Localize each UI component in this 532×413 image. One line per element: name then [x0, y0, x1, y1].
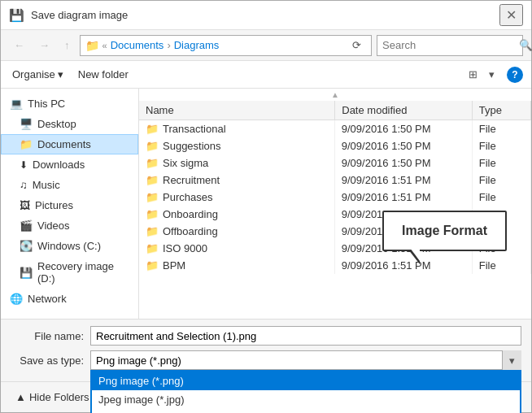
recovery-icon: 💾	[20, 267, 33, 279]
save-dialog: 💾 Save diagram image ✕ ← → ↑ 📁 « Documen…	[0, 0, 532, 413]
filetype-dropdown: Png image (*.png) Jpeg image (*.jpg) Bmp…	[90, 370, 521, 413]
table-row[interactable]: 📁Purchases 9/09/2016 1:51 PM File	[139, 189, 531, 206]
back-button[interactable]: ←	[9, 36, 29, 54]
folder-icon: 📁	[146, 157, 159, 169]
organise-button[interactable]: Organise ▾	[9, 67, 67, 82]
folder-icon: 📁	[146, 225, 159, 237]
folder-icon: 📁	[146, 208, 159, 220]
sidebar-label-network: Network	[28, 293, 67, 305]
sidebar-label-recovery: Recovery image (D:)	[37, 260, 129, 285]
filename-input[interactable]	[90, 326, 521, 346]
hide-folders-label: Hide Folders	[29, 391, 89, 403]
sidebar-item-network[interactable]: 🌐 Network	[1, 289, 138, 309]
sidebar-label-desktop: Desktop	[37, 118, 76, 130]
folder-icon: 📁	[146, 174, 159, 186]
col-type[interactable]: Type	[472, 101, 530, 120]
hide-folders-icon: ▲	[15, 391, 26, 403]
dialog-icon: 💾	[9, 8, 24, 23]
folder-icon: 📁	[146, 140, 159, 152]
action-bar: Organise ▾ New folder ⊞ ▾ ?	[1, 61, 531, 89]
scroll-up-indicator: ▲	[139, 89, 531, 101]
sidebar-item-videos[interactable]: 🎬 Videos	[1, 215, 138, 236]
sidebar-label-windows: Windows (C:)	[37, 240, 101, 252]
folder-icon: 📁	[146, 259, 159, 272]
search-icon[interactable]: 🔍	[519, 39, 532, 51]
pictures-icon: 🖼	[20, 199, 30, 211]
bottom-bar: File name: Save as type: ▾ Png image (*.…	[1, 319, 531, 381]
filetype-row: Save as type: ▾ Png image (*.png) Jpeg i…	[11, 350, 521, 370]
sidebar-label-this-pc: This PC	[28, 98, 65, 110]
forward-button[interactable]: →	[34, 36, 55, 54]
sidebar-label-documents: Documents	[37, 138, 91, 150]
folder-icon: 📁	[146, 191, 159, 203]
sidebar-item-this-pc[interactable]: 💻 This PC	[1, 93, 138, 114]
col-date[interactable]: Date modified	[335, 101, 473, 120]
downloads-icon: ⬇	[20, 159, 28, 171]
filename-row: File name:	[11, 326, 521, 346]
main-content: 💻 This PC 🖥️ Desktop 📁 Documents ⬇ Downl…	[1, 89, 531, 319]
this-pc-icon: 💻	[10, 98, 23, 110]
sidebar-label-videos: Videos	[37, 220, 70, 232]
breadcrumb-diagrams[interactable]: Diagrams	[174, 39, 220, 51]
organise-chevron-icon: ▾	[58, 68, 63, 80]
search-input[interactable]	[382, 39, 519, 51]
col-name[interactable]: Name	[139, 101, 335, 120]
tooltip-arrow-inner	[410, 248, 420, 261]
view-toggle-button[interactable]: ⊞	[463, 66, 483, 83]
up-button[interactable]: ↑	[59, 36, 75, 54]
breadcrumb-documents[interactable]: Documents	[111, 39, 164, 51]
breadcrumb-separator: «	[102, 41, 107, 50]
filetype-display[interactable]	[90, 350, 521, 370]
sidebar-label-pictures: Pictures	[35, 199, 73, 211]
dropdown-option-jpg[interactable]: Jpeg image (*.jpg)	[92, 390, 520, 409]
image-format-tooltip: Image Format	[382, 211, 507, 251]
sidebar-item-windows[interactable]: 💽 Windows (C:)	[1, 236, 138, 256]
dropdown-option-png[interactable]: Png image (*.png)	[92, 372, 520, 390]
title-bar: 💾 Save diagram image ✕	[1, 1, 531, 30]
search-box: 🔍	[377, 35, 523, 56]
music-icon: ♫	[20, 179, 28, 191]
windows-icon: 💽	[20, 240, 33, 252]
dropdown-option-bmp[interactable]: Bmp image (*.bmp)	[92, 409, 520, 413]
videos-icon: 🎬	[20, 220, 33, 232]
refresh-button[interactable]: ⟳	[347, 36, 366, 54]
folder-icon: 📁	[146, 123, 159, 135]
hide-folders-button[interactable]: ▲ Hide Folders	[11, 389, 94, 406]
view-dropdown-button[interactable]: ▾	[485, 66, 499, 83]
sidebar-label-downloads: Downloads	[33, 159, 85, 171]
filetype-select-wrapper: ▾ Png image (*.png) Jpeg image (*.jpg) B…	[90, 350, 521, 370]
sidebar-item-recovery[interactable]: 💾 Recovery image (D:)	[1, 256, 138, 289]
table-row[interactable]: 📁Six sigma 9/09/2016 1:50 PM File	[139, 154, 531, 172]
sidebar-item-desktop[interactable]: 🖥️ Desktop	[1, 114, 138, 134]
new-folder-button[interactable]: New folder	[75, 67, 132, 82]
network-icon: 🌐	[10, 293, 23, 305]
toolbar: ← → ↑ 📁 « Documents › Diagrams ⟳ 🔍	[1, 30, 531, 61]
folder-icon: 📁	[146, 242, 159, 254]
dialog-title: Save diagram image	[31, 9, 128, 21]
desktop-icon: 🖥️	[20, 118, 33, 130]
table-row[interactable]: 📁Transactional 9/09/2016 1:50 PM File	[139, 120, 531, 138]
view-controls: ⊞ ▾	[463, 66, 499, 83]
help-button[interactable]: ?	[507, 67, 523, 83]
breadcrumb[interactable]: 📁 « Documents › Diagrams ⟳	[80, 35, 373, 56]
table-row[interactable]: 📁BPM 9/09/2016 1:51 PM File	[139, 257, 531, 274]
documents-icon: 📁	[20, 138, 33, 150]
breadcrumb-arrow: ›	[167, 39, 170, 51]
sidebar-item-music[interactable]: ♫ Music	[1, 175, 138, 195]
filename-label: File name:	[11, 330, 84, 342]
organise-label: Organise	[12, 68, 55, 80]
sidebar-item-documents[interactable]: 📁 Documents	[1, 134, 138, 154]
table-row[interactable]: 📁Suggestions 9/09/2016 1:50 PM File	[139, 137, 531, 154]
table-row[interactable]: 📁Recruitment 9/09/2016 1:51 PM File	[139, 172, 531, 189]
filetype-dropdown-button[interactable]: ▾	[502, 350, 521, 370]
sidebar-item-downloads[interactable]: ⬇ Downloads	[1, 154, 138, 175]
sidebar-label-music: Music	[33, 179, 60, 191]
filetype-label: Save as type:	[11, 354, 84, 367]
close-button[interactable]: ✕	[499, 4, 523, 26]
tooltip-text: Image Format	[402, 224, 487, 237]
sidebar: 💻 This PC 🖥️ Desktop 📁 Documents ⬇ Downl…	[1, 89, 139, 319]
breadcrumb-icon: 📁	[85, 39, 99, 52]
file-pane: ▲ Name Date modified Type 📁Transactional…	[139, 89, 531, 319]
sidebar-item-pictures[interactable]: 🖼 Pictures	[1, 195, 138, 215]
